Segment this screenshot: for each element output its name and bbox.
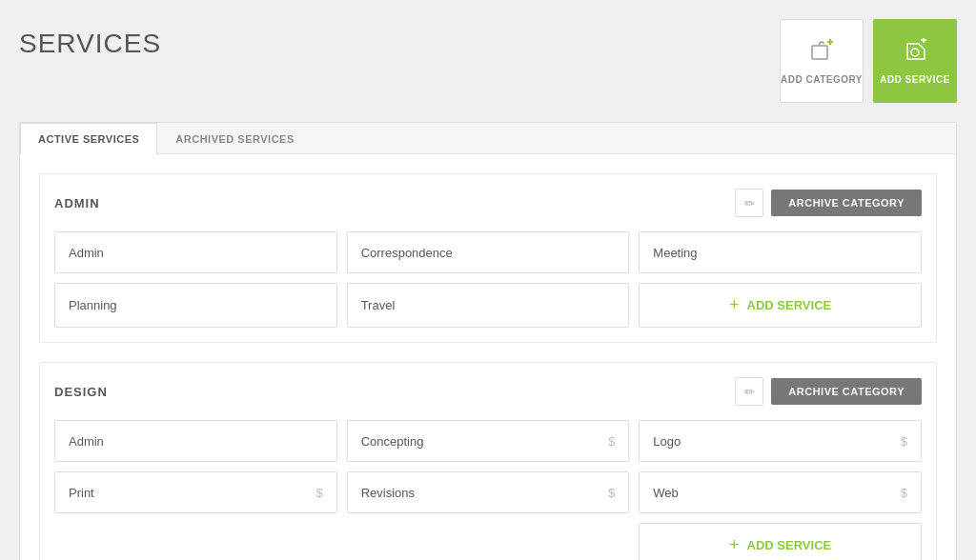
service-card[interactable]: Admin (54, 420, 337, 462)
service-name: Web (653, 486, 679, 500)
price-icon: $ (901, 486, 907, 500)
service-card[interactable]: Revisions $ (347, 471, 630, 513)
category-design-archive-button[interactable]: ARCHIVE CATEGORY (771, 378, 922, 405)
plus-icon: + (729, 535, 740, 555)
tabs: ACTIVE SERVICES ARCHIVED SERVICES (20, 123, 956, 154)
service-name: Admin (69, 434, 104, 449)
svg-rect-0 (812, 46, 827, 59)
main-panel: ACTIVE SERVICES ARCHIVED SERVICES ADMIN … (19, 122, 957, 560)
service-name: Correspondence (361, 246, 453, 260)
service-name: Print (69, 486, 94, 500)
service-card[interactable]: Web $ (639, 471, 922, 513)
price-icon: $ (901, 434, 907, 449)
category-design-actions: ✏ ARCHIVE CATEGORY (735, 377, 922, 406)
category-admin: ADMIN ✏ ARCHIVE CATEGORY Admin Correspon… (39, 173, 937, 343)
service-name: Meeting (653, 246, 697, 260)
header-actions: ADD CATEGORY ADD SERVICE (780, 19, 957, 103)
svg-point-3 (911, 49, 919, 56)
service-name: Admin (69, 246, 104, 260)
service-name: Travel (361, 298, 396, 312)
category-design-edit-button[interactable]: ✏ (735, 377, 763, 406)
price-icon: $ (608, 486, 615, 500)
service-card[interactable]: Planning (54, 283, 337, 328)
category-design-header: DESIGN ✏ ARCHIVE CATEGORY (54, 377, 922, 406)
category-design: DESIGN ✏ ARCHIVE CATEGORY Admin Concepti… (39, 362, 937, 560)
add-service-label: ADD SERVICE (880, 74, 950, 85)
service-card[interactable]: Travel (347, 283, 630, 328)
service-card[interactable]: Logo $ (639, 420, 922, 462)
category-admin-header: ADMIN ✏ ARCHIVE CATEGORY (54, 189, 922, 217)
service-card[interactable]: Correspondence (347, 231, 630, 273)
category-admin-actions: ✏ ARCHIVE CATEGORY (735, 189, 922, 217)
price-icon: $ (315, 486, 322, 500)
add-category-label: ADD CATEGORY (781, 74, 863, 85)
service-name: Revisions (361, 486, 415, 500)
add-service-icon (902, 38, 928, 69)
plus-icon: + (729, 295, 740, 315)
page-header: SERVICES ADD CATEGORY (19, 19, 957, 103)
add-category-button[interactable]: ADD CATEGORY (780, 19, 864, 103)
category-admin-services: Admin Correspondence Meeting Planning Tr… (54, 231, 922, 328)
add-category-icon (808, 38, 835, 69)
service-name: Logo (653, 434, 681, 449)
tab-active-services[interactable]: ACTIVE SERVICES (20, 123, 157, 154)
service-name: Concepting (361, 434, 424, 449)
service-card[interactable]: Concepting $ (347, 420, 630, 462)
add-service-design-button[interactable]: + ADD SERVICE (639, 523, 922, 560)
add-service-button[interactable]: ADD SERVICE (873, 19, 957, 103)
category-design-name: DESIGN (54, 385, 108, 399)
edit-icon: ✏ (744, 385, 755, 399)
page: SERVICES ADD CATEGORY (0, 0, 976, 560)
add-service-admin-label: ADD SERVICE (747, 298, 832, 312)
tab-archived-services[interactable]: ARCHIVED SERVICES (157, 123, 312, 154)
category-admin-edit-button[interactable]: ✏ (735, 189, 763, 217)
price-icon: $ (608, 434, 615, 449)
service-card[interactable]: Print $ (54, 471, 337, 513)
panel-content: ADMIN ✏ ARCHIVE CATEGORY Admin Correspon… (20, 154, 956, 560)
add-service-design-label: ADD SERVICE (747, 538, 832, 552)
edit-icon: ✏ (744, 196, 755, 210)
service-card[interactable]: Meeting (639, 231, 922, 273)
category-admin-name: ADMIN (54, 196, 100, 210)
page-title: SERVICES (19, 19, 161, 59)
service-name: Planning (69, 298, 117, 312)
category-design-services: Admin Concepting $ Logo $ Print $ (54, 420, 922, 560)
category-admin-archive-button[interactable]: ARCHIVE CATEGORY (771, 190, 922, 216)
service-card[interactable]: Admin (54, 231, 337, 273)
add-service-admin-button[interactable]: + ADD SERVICE (639, 283, 922, 328)
